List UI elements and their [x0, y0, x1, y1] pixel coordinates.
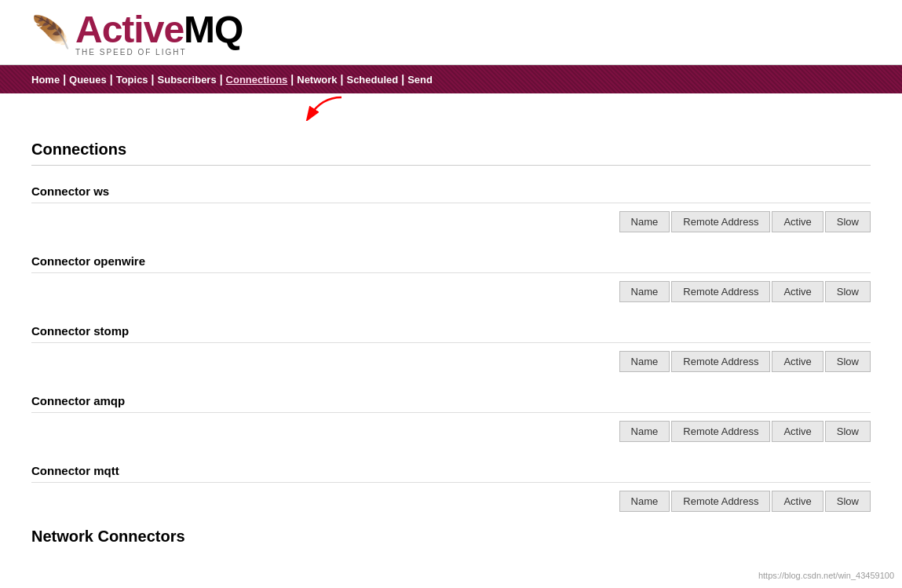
th-slow-mqtt: Slow [825, 491, 871, 512]
th-slow-ws: Slow [825, 211, 871, 232]
th-name-ws: Name [619, 211, 670, 232]
connector-stomp-title: Connector stomp [31, 318, 871, 343]
th-slow-stomp: Slow [825, 351, 871, 372]
connections-arrow [298, 93, 345, 121]
nav-sep-3: | [152, 73, 155, 86]
nav-sep-5: | [290, 73, 294, 86]
nav-sep-2: | [110, 73, 113, 86]
connector-amqp-title: Connector amqp [31, 388, 871, 413]
th-active-mqtt: Active [772, 491, 823, 512]
connector-mqtt-section: Connector mqtt Name Remote Address Activ… [31, 458, 871, 512]
nav-send[interactable]: Send [407, 74, 433, 86]
connector-stomp-headers: Name Remote Address Active Slow [31, 351, 871, 372]
header: 🪶 ActiveMQ THE SPEED OF LIGHT [0, 0, 902, 65]
logo-wrapper: 🪶 ActiveMQ THE SPEED OF LIGHT [31, 8, 243, 57]
nav-queues[interactable]: Queues [69, 74, 107, 86]
nav-connections[interactable]: Connections [226, 74, 288, 86]
th-name-stomp: Name [619, 351, 670, 372]
th-name-amqp: Name [619, 421, 670, 442]
connector-openwire-section: Connector openwire Name Remote Address A… [31, 248, 871, 302]
th-slow-openwire: Slow [825, 281, 871, 302]
connector-openwire-title: Connector openwire [31, 248, 871, 273]
connector-ws-section: Connector ws Name Remote Address Active … [31, 178, 871, 232]
th-remote-address-stomp: Remote Address [671, 351, 770, 372]
th-remote-address-openwire: Remote Address [671, 281, 770, 302]
nav-sep-1: | [63, 73, 66, 86]
navbar: Home | Queues | Topics | Subscribers | C… [0, 65, 902, 93]
nav-network[interactable]: Network [297, 74, 337, 86]
connector-ws-title: Connector ws [31, 178, 871, 203]
nav-sep-7: | [401, 73, 404, 86]
arrow-annotation [0, 93, 902, 125]
connector-amqp-headers: Name Remote Address Active Slow [31, 421, 871, 442]
logo-text: ActiveMQ [75, 8, 243, 51]
network-connectors-title: Network Connectors [31, 528, 871, 546]
connector-amqp-section: Connector amqp Name Remote Address Activ… [31, 388, 871, 442]
th-active-stomp: Active [772, 351, 823, 372]
th-remote-address-mqtt: Remote Address [671, 491, 770, 512]
title-divider [31, 165, 871, 166]
nav-sep-6: | [341, 73, 344, 86]
nav-subscribers[interactable]: Subscribers [158, 74, 217, 86]
nav-scheduled[interactable]: Scheduled [346, 74, 398, 86]
connector-stomp-section: Connector stomp Name Remote Address Acti… [31, 318, 871, 372]
th-active-ws: Active [772, 211, 823, 232]
page-title: Connections [31, 141, 871, 159]
connector-openwire-headers: Name Remote Address Active Slow [31, 281, 871, 302]
connector-ws-headers: Name Remote Address Active Slow [31, 211, 871, 232]
th-active-openwire: Active [772, 281, 823, 302]
connector-mqtt-headers: Name Remote Address Active Slow [31, 491, 871, 512]
th-active-amqp: Active [772, 421, 823, 442]
th-slow-amqp: Slow [825, 421, 871, 442]
connector-mqtt-title: Connector mqtt [31, 458, 871, 483]
main-content: Connections Connector ws Name Remote Add… [0, 125, 902, 568]
nav-home[interactable]: Home [31, 74, 60, 86]
th-name-openwire: Name [619, 281, 670, 302]
th-remote-address-amqp: Remote Address [671, 421, 770, 442]
th-remote-address-ws: Remote Address [671, 211, 770, 232]
th-name-mqtt: Name [619, 491, 670, 512]
nav-topics[interactable]: Topics [116, 74, 148, 86]
logo-feather-icon: 🪶 [31, 14, 71, 51]
nav-sep-4: | [220, 73, 223, 86]
